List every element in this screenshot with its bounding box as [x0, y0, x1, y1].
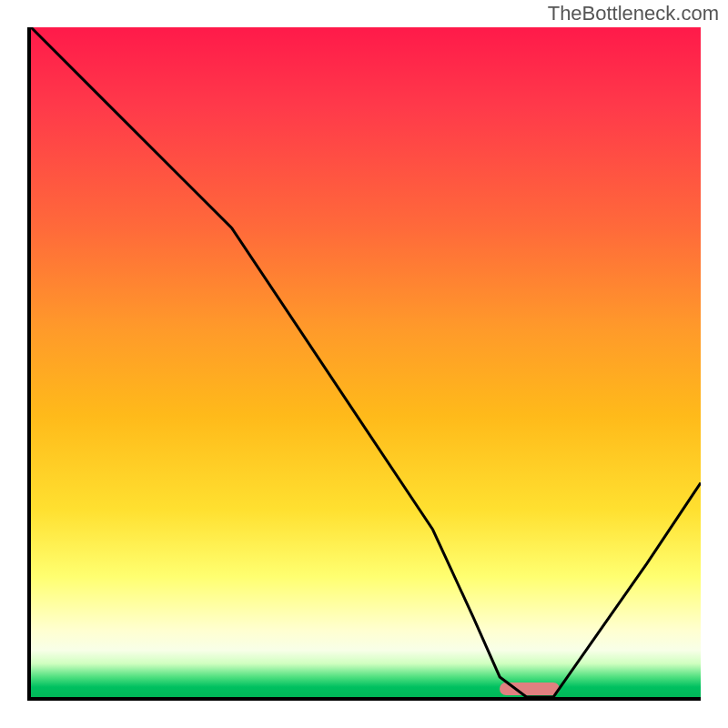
chart-container: TheBottleneck.com — [0, 0, 728, 728]
watermark-text: TheBottleneck.com — [548, 2, 719, 25]
bottleneck-curve — [31, 27, 701, 697]
plot-area — [27, 27, 701, 701]
curve-path — [31, 27, 701, 697]
